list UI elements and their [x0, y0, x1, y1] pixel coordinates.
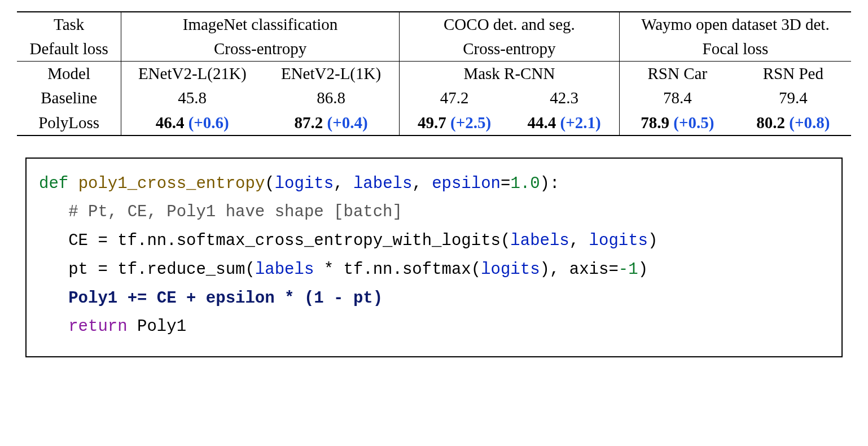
fn-name: poly1_cross_entropy: [78, 174, 265, 193]
polyloss-c1b: 87.2 (+0.4): [263, 111, 399, 135]
loss-imagenet: Cross-entropy: [121, 37, 400, 62]
ce-line-a: CE = tf.nn.softmax_cross_entropy_with_lo…: [68, 231, 510, 250]
ce-comma: ,: [569, 231, 589, 250]
baseline-row: Baseline 45.8 86.8 47.2 42.3 78.4 79.4: [17, 86, 851, 110]
ce-close: ): [648, 231, 657, 250]
pt-mid: * tf.nn.softmax(: [314, 260, 481, 279]
ce-labels: labels: [510, 231, 569, 250]
pt-close-soft: ): [540, 260, 550, 279]
comment-line: # Pt, CE, Poly1 have shape [batch]: [68, 203, 402, 221]
eq: =: [501, 174, 510, 193]
model-enet1k: ENetV2-L(1K): [263, 62, 399, 86]
model-enet21k: ENetV2-L(21K): [121, 62, 263, 86]
baseline-c1a: 45.8: [121, 86, 263, 110]
polyloss-row: PolyLoss 46.4 (+0.6) 87.2 (+0.4) 49.7 (+…: [17, 111, 851, 135]
hdr-coco: COCO det. and seg.: [399, 12, 619, 37]
polyloss-c2b: 44.4 (+2.1): [509, 111, 619, 135]
baseline-c3b: 79.4: [735, 86, 851, 110]
pt-line-a: pt = tf.reduce_sum(: [68, 260, 255, 279]
code-block: def poly1_cross_entropy(logits, labels, …: [25, 158, 843, 358]
param-logits: logits: [275, 174, 334, 193]
polyloss-c2a-delta: (+2.5): [450, 113, 491, 132]
pt-logits: logits: [481, 260, 540, 279]
model-label: Model: [17, 62, 121, 86]
kw-def: def: [39, 174, 68, 193]
model-rsncar: RSN Car: [619, 62, 735, 86]
pt-axis: , axis=: [550, 260, 619, 279]
polyloss-c3b-delta: (+0.8): [789, 113, 830, 132]
comma1: ,: [334, 174, 353, 193]
param-epsilon: epsilon: [432, 174, 501, 193]
header-row-task: Task ImageNet classification COCO det. a…: [17, 12, 851, 37]
polyloss-c2b-val: 44.4: [528, 113, 556, 132]
eps-val: 1.0: [510, 174, 540, 193]
polyloss-c3b-val: 80.2: [756, 113, 785, 132]
polyloss-c1b-delta: (+0.4): [327, 113, 368, 132]
polyloss-c1a: 46.4 (+0.6): [121, 111, 263, 135]
results-table: Task ImageNet classification COCO det. a…: [17, 11, 851, 136]
polyloss-c2b-delta: (+2.1): [560, 113, 601, 132]
baseline-label: Baseline: [17, 86, 121, 110]
comma2: ,: [412, 174, 432, 193]
polyloss-c1b-val: 87.2: [295, 113, 323, 132]
baseline-c3a: 78.4: [619, 86, 735, 110]
param-labels: labels: [353, 174, 412, 193]
hdr-imagenet: ImageNet classification: [121, 12, 400, 37]
baseline-c2a: 47.2: [399, 86, 509, 110]
return-val: Poly1: [128, 317, 186, 336]
kw-return: return: [68, 317, 127, 336]
ce-logits: logits: [589, 231, 648, 250]
baseline-c1b: 86.8: [263, 86, 399, 110]
header-row-loss: Default loss Cross-entropy Cross-entropy…: [17, 37, 851, 62]
lparen: (: [265, 174, 274, 193]
pt-close: ): [638, 260, 648, 279]
polyloss-c1a-delta: (+0.6): [188, 113, 229, 132]
model-row: Model ENetV2-L(21K) ENetV2-L(1K) Mask R-…: [17, 62, 851, 86]
rparen-colon: ):: [540, 174, 560, 193]
pt-axis-val: -1: [619, 260, 638, 279]
polyloss-c3a-delta: (+0.5): [673, 113, 714, 132]
polyloss-c1a-val: 46.4: [156, 113, 185, 132]
model-maskrcnn: Mask R-CNN: [399, 62, 619, 86]
hdr-loss-label: Default loss: [17, 37, 121, 62]
baseline-c2b: 42.3: [509, 86, 619, 110]
loss-coco: Cross-entropy: [399, 37, 619, 62]
loss-waymo: Focal loss: [619, 37, 851, 62]
polyloss-c3b: 80.2 (+0.8): [735, 111, 851, 135]
polyloss-c2a: 49.7 (+2.5): [399, 111, 509, 135]
polyloss-label: PolyLoss: [17, 111, 121, 135]
polyloss-c2a-val: 49.7: [418, 113, 446, 132]
page: Task ImageNet classification COCO det. a…: [17, 11, 851, 357]
hdr-waymo: Waymo open dataset 3D det.: [619, 12, 851, 37]
hdr-task-label: Task: [17, 12, 121, 37]
model-rsnped: RSN Ped: [735, 62, 851, 86]
poly1-line: Poly1 += CE + epsilon * (1 - pt): [68, 289, 383, 308]
polyloss-c3a-val: 78.9: [641, 113, 669, 132]
polyloss-c3a: 78.9 (+0.5): [619, 111, 735, 135]
pt-labels: labels: [255, 260, 314, 279]
table: Task ImageNet classification COCO det. a…: [17, 11, 851, 136]
